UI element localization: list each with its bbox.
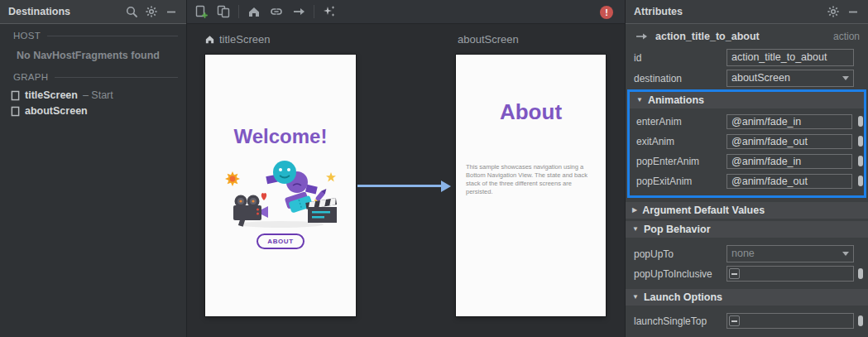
id-label: id bbox=[634, 52, 641, 64]
pop-behavior-section-header[interactable]: Pop Behavior bbox=[626, 221, 868, 238]
popupto-label: popUpTo bbox=[634, 248, 674, 260]
attributes-panel-header: Attributes bbox=[626, 0, 868, 24]
argument-defaults-section-header[interactable]: Argument Default Values bbox=[626, 202, 868, 219]
popupto-value: none bbox=[731, 248, 755, 259]
title-screen-preview[interactable]: Welcome! bbox=[205, 55, 356, 316]
popenteranim-label: popEnterAnim bbox=[636, 156, 699, 167]
section-title: Pop Behavior bbox=[644, 224, 711, 235]
screen-label-text: aboutScreen bbox=[458, 33, 519, 46]
chevron-down-icon bbox=[842, 252, 849, 256]
indeterminate-checkbox-icon[interactable] bbox=[729, 268, 740, 279]
exitanim-row: exitAnim @anim/fade_out bbox=[630, 134, 864, 149]
popuptoinclusive-label: popUpToInclusive bbox=[634, 268, 712, 280]
action-icon bbox=[635, 31, 649, 41]
id-field[interactable]: action_title_to_about bbox=[727, 49, 854, 66]
resource-picker-pill[interactable] bbox=[858, 136, 863, 147]
about-heading: About bbox=[456, 99, 606, 125]
gear-icon[interactable] bbox=[827, 5, 840, 18]
resource-picker-pill[interactable] bbox=[858, 268, 863, 279]
toolbar-separator bbox=[314, 5, 314, 18]
animations-highlight-box: Animations enterAnim @anim/fade_in exitA… bbox=[627, 89, 866, 198]
destinations-panel-title: Destinations bbox=[8, 6, 118, 17]
graph-item-name: aboutScreen bbox=[25, 105, 88, 117]
launchsingletop-label: launchSingleTop bbox=[634, 315, 707, 327]
selected-action-name: action_title_to_about bbox=[655, 31, 827, 42]
host-empty-text: No NavHostFragments found bbox=[17, 50, 160, 61]
enteranim-label: enterAnim bbox=[636, 116, 682, 128]
collapse-triangle-icon bbox=[632, 294, 639, 301]
exitanim-field[interactable]: @anim/fade_out bbox=[727, 134, 852, 149]
auto-arrange-icon[interactable] bbox=[322, 4, 337, 19]
collapse-triangle-icon bbox=[636, 97, 643, 104]
about-body-text: This sample showcases navigation using a… bbox=[466, 163, 595, 196]
graph-item-titlescreen[interactable]: titleScreen – Start bbox=[11, 89, 113, 101]
destinations-panel: Destinations HOST No NavHostFragments fo… bbox=[0, 0, 187, 337]
chevron-down-icon bbox=[842, 76, 849, 80]
graph-section-label: GRAPH bbox=[13, 72, 178, 82]
error-badge[interactable]: ! bbox=[600, 6, 613, 19]
deep-link-icon[interactable] bbox=[269, 4, 284, 19]
gear-icon[interactable] bbox=[145, 5, 158, 18]
launchsingletop-checkbox-field[interactable] bbox=[727, 313, 854, 329]
collapse-triangle-icon bbox=[632, 226, 639, 233]
collapse-triangle-icon bbox=[632, 207, 637, 214]
resource-picker-pill[interactable] bbox=[858, 116, 863, 127]
assign-start-icon[interactable] bbox=[247, 4, 261, 19]
about-screen-preview[interactable]: About This sample showcases navigation u… bbox=[456, 55, 606, 316]
popenteranim-field[interactable]: @anim/fade_in bbox=[727, 154, 852, 169]
destination-dropdown[interactable]: aboutScreen bbox=[727, 70, 854, 87]
section-title: Animations bbox=[648, 94, 704, 106]
nested-graph-icon[interactable] bbox=[216, 4, 231, 19]
start-destination-home-icon bbox=[204, 34, 215, 45]
graph-item-aboutscreen[interactable]: aboutScreen bbox=[11, 105, 93, 117]
graph-item-suffix: – Start bbox=[83, 89, 113, 101]
attributes-panel-title: Attributes bbox=[634, 6, 820, 17]
toolbar-separator bbox=[238, 5, 239, 18]
canvas-toolbar: ! bbox=[187, 0, 625, 24]
host-section-label: HOST bbox=[13, 31, 178, 41]
new-destination-icon[interactable] bbox=[194, 4, 209, 19]
movies-illustration bbox=[218, 154, 343, 229]
popexitanim-field[interactable]: @anim/fade_out bbox=[727, 174, 852, 189]
indeterminate-checkbox-icon[interactable] bbox=[729, 315, 740, 326]
enteranim-field[interactable]: @anim/fade_in bbox=[727, 114, 852, 129]
about-screen-label[interactable]: aboutScreen bbox=[458, 33, 519, 46]
about-button[interactable]: ABOUT bbox=[257, 233, 305, 249]
search-icon[interactable] bbox=[125, 5, 138, 18]
nav-editor-canvas[interactable]: ! titleScreen aboutScreen Welcome! bbox=[187, 0, 625, 337]
popenteranim-row: popEnterAnim @anim/fade_in bbox=[630, 154, 864, 169]
minimize-icon[interactable] bbox=[165, 5, 178, 18]
fragment-icon bbox=[11, 90, 20, 101]
resource-picker-pill[interactable] bbox=[858, 156, 863, 166]
graph-item-name: titleScreen bbox=[25, 89, 78, 101]
popupto-dropdown[interactable]: none bbox=[727, 245, 854, 262]
popexitanim-label: popExitAnim bbox=[636, 176, 692, 187]
popexitanim-row: popExitAnim @anim/fade_out bbox=[630, 174, 864, 189]
destination-value: aboutScreen bbox=[731, 72, 790, 84]
animations-section-header[interactable]: Animations bbox=[630, 92, 864, 108]
section-title: Argument Default Values bbox=[642, 205, 765, 216]
resource-picker-pill[interactable] bbox=[858, 176, 863, 186]
resource-picker-pill[interactable] bbox=[858, 315, 863, 326]
attributes-panel: Attributes action_title_to_about action … bbox=[625, 0, 868, 337]
screen-label-text: titleScreen bbox=[219, 33, 270, 46]
action-title-to-about-arrow[interactable] bbox=[357, 185, 441, 187]
exitanim-label: exitAnim bbox=[636, 136, 674, 147]
selected-action-row: action_title_to_about action bbox=[626, 27, 868, 46]
selected-action-type: action bbox=[833, 31, 860, 42]
section-title: Launch Options bbox=[644, 291, 722, 303]
destinations-panel-header: Destinations bbox=[0, 0, 186, 24]
title-screen-label[interactable]: titleScreen bbox=[204, 33, 270, 46]
welcome-heading: Welcome! bbox=[205, 125, 356, 148]
enteranim-row: enterAnim @anim/fade_in bbox=[630, 114, 864, 129]
destination-label: destination bbox=[634, 73, 682, 84]
launch-options-section-header[interactable]: Launch Options bbox=[626, 289, 868, 306]
minimize-icon[interactable] bbox=[846, 5, 860, 18]
action-arrow-icon[interactable] bbox=[291, 4, 306, 19]
fragment-icon bbox=[11, 106, 20, 117]
popuptoinclusive-checkbox-field[interactable] bbox=[727, 266, 854, 282]
